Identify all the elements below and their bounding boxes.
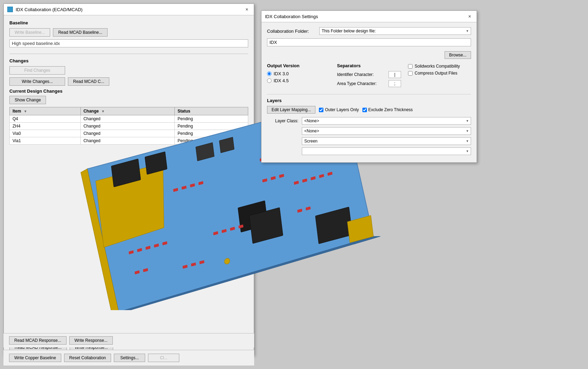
table-row[interactable]: ZH4ChangedPending xyxy=(10,123,248,130)
svg-rect-26 xyxy=(262,178,267,183)
separators-col: Separators Identifier Character: Area Ty… xyxy=(337,63,401,89)
main-titlebar: IDX Collaboration (ECAD/MCAD) × xyxy=(4,4,254,15)
layer-row-2: <None> xyxy=(267,127,471,135)
svg-rect-49 xyxy=(354,219,371,226)
folder-input-row xyxy=(267,38,471,48)
read-mcad-response-btn2[interactable]: Read MCAD Response... xyxy=(9,336,66,345)
write-changes-button[interactable]: Write Changes... xyxy=(9,77,65,86)
radio-idx30-row: IDX 3.0 xyxy=(267,71,330,76)
app-icon xyxy=(7,7,13,12)
change-sort-arrow: ▼ xyxy=(101,109,105,113)
col-item[interactable]: Item ▼ xyxy=(10,107,81,115)
write-copper-baseline-button[interactable]: Write Copper Baseline xyxy=(9,354,61,362)
area-type-char-label: Area Type Character: xyxy=(337,81,386,86)
find-changes-row: Find Changes xyxy=(9,66,248,75)
close-partial-button[interactable]: Cl... xyxy=(148,354,179,362)
baseline-btn-row: Write Baseline... Read MCAD Baseline... xyxy=(9,28,248,37)
cell-item: Via0 xyxy=(10,130,81,137)
read-mcad-changes-button[interactable]: Read MCAD C... xyxy=(68,77,109,86)
svg-rect-8 xyxy=(315,207,352,244)
svg-rect-10 xyxy=(249,207,283,243)
solidworks-checkbox[interactable] xyxy=(408,64,413,69)
radio-idx30-label: IDX 3.0 xyxy=(274,71,289,76)
write-baseline-button[interactable]: Write Baseline... xyxy=(9,28,50,37)
main-close-button[interactable]: × xyxy=(243,6,250,13)
area-type-char-input[interactable] xyxy=(389,80,401,87)
cell-change: Changed xyxy=(80,130,174,137)
main-dialog-title: IDX Collaboration (ECAD/MCAD) xyxy=(16,7,83,12)
layer-select-4[interactable] xyxy=(302,147,471,155)
cell-change: Changed xyxy=(80,123,174,130)
solidworks-checkbox-row: Solidworks Compatibility xyxy=(408,64,471,69)
solidworks-label: Solidworks Compatibility xyxy=(415,64,460,69)
svg-rect-37 xyxy=(328,172,333,176)
settings-dialog: IDX Collaboration Settings × Collaborati… xyxy=(261,10,477,163)
checkboxes-col: Solidworks Compatibility Compress Output… xyxy=(408,63,471,89)
exclude-thickness-checkbox[interactable] xyxy=(362,108,367,112)
layers-top-row: Edit Layer Mapping... Outer Layers Only … xyxy=(267,106,471,114)
browse-button[interactable]: Browse... xyxy=(445,51,471,59)
main-titlebar-left: IDX Collaboration (ECAD/MCAD) xyxy=(7,7,83,12)
changes-table: Item ▼ Change ▼ Status Q4ChangedPendingZ… xyxy=(9,107,248,145)
layer-select-3[interactable]: Screen xyxy=(302,137,471,145)
cell-change: Changed xyxy=(80,115,174,123)
layers-section: Layers Edit Layer Mapping... Outer Layer… xyxy=(267,94,471,155)
separators-title: Separators xyxy=(337,63,401,68)
write-response-btn2[interactable]: Write Response... xyxy=(69,336,113,345)
baseline-label: Baseline xyxy=(9,20,248,25)
identifier-char-input[interactable] xyxy=(389,71,401,78)
baseline-section: Baseline Write Baseline... Read MCAD Bas… xyxy=(9,20,248,47)
reset-collaboration-button[interactable]: Reset Collaboration xyxy=(64,354,111,362)
outer-layers-checkbox[interactable] xyxy=(319,108,323,112)
cell-change: Changed xyxy=(80,137,174,145)
compress-label: Compress Output Files xyxy=(415,71,457,76)
read-mcad-baseline-button[interactable]: Read MCAD Baseline... xyxy=(53,28,108,37)
cell-status: Pending xyxy=(175,137,248,145)
svg-rect-50 xyxy=(355,224,372,231)
table-row[interactable]: Via1ChangedPending xyxy=(10,137,248,145)
compress-checkbox-row: Compress Output Files xyxy=(408,71,471,76)
folder-name-input[interactable] xyxy=(267,38,471,46)
radio-idx45[interactable] xyxy=(267,78,272,83)
layer-class-select[interactable]: <None> xyxy=(302,117,471,125)
radio-idx30[interactable] xyxy=(267,71,272,76)
layer-select-wrapper-2: <None> xyxy=(302,127,471,135)
layer-row-4 xyxy=(267,147,471,155)
settings-button[interactable]: Settings... xyxy=(114,354,145,362)
outer-layers-checkbox-wrap: Outer Layers Only xyxy=(319,107,359,112)
layer-row-3: Screen xyxy=(267,137,471,145)
collab-folder-select[interactable]: This Folder below design file: Custom Fo… xyxy=(319,27,471,35)
exclude-thickness-label: Exclude Zero Thickness xyxy=(368,107,413,112)
main-dialog: IDX Collaboration (ECAD/MCAD) × Baseline… xyxy=(3,3,254,355)
layers-title: Layers xyxy=(267,94,471,103)
outer-layers-label: Outer Layers Only xyxy=(325,107,359,112)
exclude-thickness-checkbox-wrap: Exclude Zero Thickness xyxy=(362,107,413,112)
compress-checkbox[interactable] xyxy=(408,71,413,76)
settings-close-button[interactable]: × xyxy=(466,13,473,20)
baseline-file-input[interactable] xyxy=(9,39,248,47)
radio-idx45-label: IDX 4.5 xyxy=(274,78,289,83)
show-change-button[interactable]: Show Change xyxy=(9,96,46,104)
svg-rect-36 xyxy=(319,174,324,178)
layer-select-wrapper-3: Screen xyxy=(302,137,471,145)
svg-rect-28 xyxy=(279,174,284,178)
layer-class-row: Layer Class: <None> xyxy=(267,117,471,125)
find-changes-button[interactable]: Find Changes xyxy=(9,66,65,75)
table-row[interactable]: Q4ChangedPending xyxy=(10,115,248,123)
col-change[interactable]: Change ▼ xyxy=(80,107,174,115)
identifier-char-row: Identifier Character: xyxy=(337,71,401,78)
table-row[interactable]: Via0ChangedPending xyxy=(10,130,248,137)
col-status[interactable]: Status xyxy=(175,107,248,115)
svg-rect-39 xyxy=(306,206,311,210)
collab-folder-row: Collaboration Folder: This Folder below … xyxy=(267,27,471,35)
radio-idx45-row: IDX 4.5 xyxy=(267,78,330,83)
edit-layer-mapping-button[interactable]: Edit Layer Mapping... xyxy=(267,106,315,114)
layer-select-2[interactable]: <None> xyxy=(302,127,471,135)
main-bottom-row2: Write Copper Baseline Reset Collaboratio… xyxy=(3,350,254,366)
svg-rect-53 xyxy=(347,215,374,243)
cell-item: ZH4 xyxy=(10,123,81,130)
layer-class-label: Layer Class: xyxy=(267,118,298,123)
main-response-row: Read MCAD Response... Write Response... xyxy=(3,333,254,347)
svg-rect-27 xyxy=(271,176,276,180)
identifier-char-label: Identifier Character: xyxy=(337,72,386,77)
